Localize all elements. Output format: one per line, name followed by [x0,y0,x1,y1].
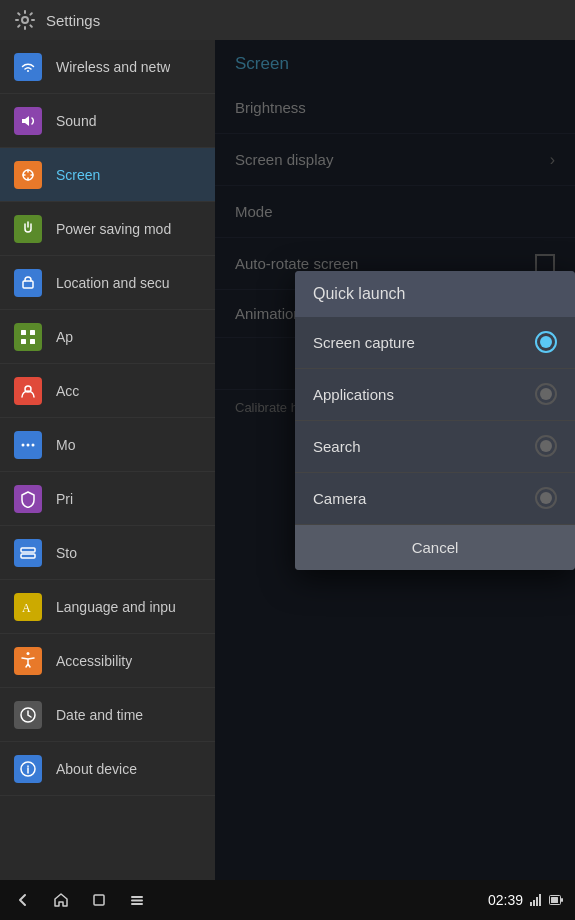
sidebar-label-about: About device [56,761,137,777]
svg-rect-2 [23,281,33,288]
sidebar-label-accounts: Acc [56,383,79,399]
screen-capture-radio[interactable] [535,331,557,353]
sidebar-item-accounts[interactable]: Acc [0,364,215,418]
dialog-item-camera[interactable]: Camera [295,473,575,525]
svg-rect-11 [21,548,35,552]
camera-radio[interactable] [535,487,557,509]
apps-icon [14,323,42,351]
about-icon [14,755,42,783]
sidebar-item-screen[interactable]: Screen [0,148,215,202]
radio-inner-dim-1 [540,388,552,400]
nav-menu-button[interactable] [126,889,148,911]
camera-label: Camera [313,490,366,507]
svg-point-8 [22,443,25,446]
svg-rect-12 [21,554,35,558]
svg-rect-19 [131,903,143,905]
language-icon: A [14,593,42,621]
svg-rect-6 [30,339,35,344]
sidebar-item-about[interactable]: About device [0,742,215,796]
sidebar-label-language: Language and inpu [56,599,176,615]
radio-inner-dim-2 [540,440,552,452]
sidebar-item-accessibility[interactable]: Accessibility [0,634,215,688]
svg-rect-22 [536,897,538,906]
sidebar-label-sound: Sound [56,113,96,129]
screen-capture-label: Screen capture [313,334,415,351]
nav-back-button[interactable] [12,889,34,911]
svg-point-0 [22,17,28,23]
settings-icon [14,9,36,31]
content-area: Screen Brightness Screen display › Mode … [215,40,575,880]
sidebar-label-more: Mo [56,437,75,453]
svg-point-10 [32,443,35,446]
status-bar-right: 02:39 [488,892,563,908]
svg-text:A: A [22,601,31,615]
sidebar-item-storage[interactable]: Sto [0,526,215,580]
title-bar-label: Settings [46,12,100,29]
search-radio[interactable] [535,435,557,457]
location-icon [14,269,42,297]
power-icon [14,215,42,243]
sidebar-label-storage: Sto [56,545,77,561]
sidebar-item-more[interactable]: Mo [0,418,215,472]
sidebar-label-privacy: Pri [56,491,73,507]
accessibility-icon [14,647,42,675]
datetime-icon [14,701,42,729]
svg-point-9 [27,443,30,446]
sidebar-item-datetime[interactable]: Date and time [0,688,215,742]
nav-buttons [12,889,148,911]
dialog-overlay[interactable]: Quick launch Screen capture Applications… [215,40,575,880]
nav-recent-button[interactable] [88,889,110,911]
sidebar-label-apps: Ap [56,329,73,345]
sidebar-label-location: Location and secu [56,275,170,291]
svg-rect-20 [530,902,532,906]
svg-rect-26 [561,898,563,902]
wireless-icon [14,53,42,81]
screen-icon [14,161,42,189]
svg-rect-17 [131,896,143,898]
signal-icon [529,893,543,907]
sidebar-label-datetime: Date and time [56,707,143,723]
time-display: 02:39 [488,892,523,908]
privacy-icon [14,485,42,513]
svg-rect-23 [539,894,541,906]
svg-rect-16 [94,895,104,905]
accounts-icon [14,377,42,405]
storage-icon [14,539,42,567]
sidebar-label-screen: Screen [56,167,100,183]
search-label: Search [313,438,361,455]
quick-launch-dialog: Quick launch Screen capture Applications… [295,271,575,570]
sidebar-item-wireless[interactable]: Wireless and netw [0,40,215,94]
sidebar: Wireless and netwSoundScreenPower saving… [0,40,215,880]
sound-icon [14,107,42,135]
sidebar-label-wireless: Wireless and netw [56,59,170,75]
title-bar: Settings [0,0,575,40]
main-layout: Wireless and netwSoundScreenPower saving… [0,40,575,880]
sidebar-item-sound[interactable]: Sound [0,94,215,148]
sidebar-label-accessibility: Accessibility [56,653,132,669]
sidebar-item-language[interactable]: ALanguage and inpu [0,580,215,634]
applications-radio[interactable] [535,383,557,405]
svg-rect-18 [131,900,143,902]
radio-inner-selected [540,336,552,348]
dialog-item-screen-capture[interactable]: Screen capture [295,317,575,369]
svg-rect-4 [30,330,35,335]
sidebar-item-apps[interactable]: Ap [0,310,215,364]
dialog-item-search[interactable]: Search [295,421,575,473]
sidebar-item-power[interactable]: Power saving mod [0,202,215,256]
svg-rect-25 [551,897,558,903]
cancel-button[interactable]: Cancel [295,525,575,570]
sidebar-item-location[interactable]: Location and secu [0,256,215,310]
svg-rect-3 [21,330,26,335]
nav-home-button[interactable] [50,889,72,911]
more-icon [14,431,42,459]
applications-label: Applications [313,386,394,403]
sidebar-label-power: Power saving mod [56,221,171,237]
radio-inner-dim-3 [540,492,552,504]
battery-icon [549,895,563,905]
sidebar-item-privacy[interactable]: Pri [0,472,215,526]
svg-rect-21 [533,900,535,906]
dialog-item-applications[interactable]: Applications [295,369,575,421]
dialog-title: Quick launch [295,271,575,317]
svg-rect-5 [21,339,26,344]
status-bar: 02:39 [0,880,575,920]
